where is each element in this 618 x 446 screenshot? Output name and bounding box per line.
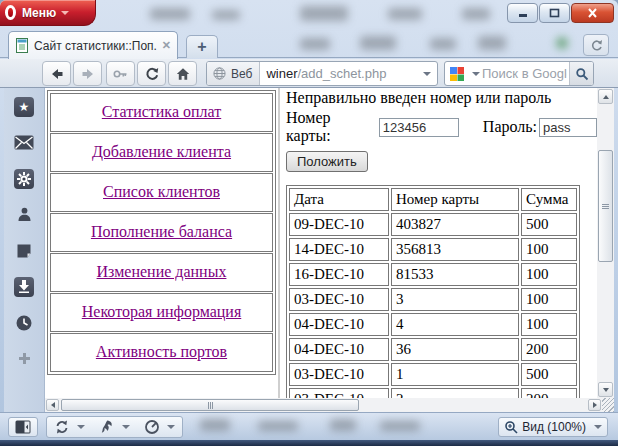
menu-link[interactable]: Изменение данных — [97, 263, 227, 280]
menu-item[interactable]: Некоторая информация — [50, 293, 273, 332]
glass-blur-decoration — [478, 36, 506, 50]
scroll-up-button[interactable] — [598, 89, 613, 104]
security-zone-badge[interactable]: Веб — [207, 62, 260, 85]
notes-panel-button[interactable] — [14, 240, 35, 261]
address-bar[interactable]: Веб winer/add_schet.php — [206, 61, 438, 86]
horizontal-scroll-thumb[interactable] — [61, 399, 359, 411]
date-cell: 16-DEC-10 — [289, 263, 389, 286]
glass-blur-decoration — [330, 419, 356, 431]
menu-button-label: Меню — [22, 6, 56, 20]
widgets-panel-button[interactable] — [14, 168, 35, 189]
zoom-level-label: Вид (100%) — [522, 420, 586, 434]
sidebar-toggle-icon — [15, 420, 31, 434]
card-number-input[interactable] — [379, 118, 459, 137]
menu-item[interactable]: Изменение данных — [50, 253, 273, 292]
url-text[interactable]: winer/add_schet.php — [260, 66, 418, 81]
address-dropdown-icon[interactable] — [423, 72, 431, 76]
sync-dropdown-icon[interactable] — [77, 425, 85, 429]
date-cell: 14-DEC-10 — [289, 238, 389, 261]
search-icon — [575, 67, 589, 81]
turbo-gauge-icon — [144, 419, 160, 435]
glass-blur-decoration — [300, 38, 330, 50]
vertical-scroll-thumb[interactable] — [598, 150, 613, 262]
sum-cell: 100 — [521, 313, 577, 336]
history-panel-button[interactable] — [14, 312, 35, 333]
menu-link[interactable]: Добавление клиента — [92, 143, 231, 160]
menu-link[interactable]: Активность портов — [96, 343, 227, 360]
closed-tabs-button[interactable] — [583, 34, 609, 56]
password-label: Пароль: — [483, 118, 537, 136]
navigation-frame: Статистика оплатДобавление клиентаСписок… — [45, 88, 280, 398]
unite-button[interactable] — [92, 417, 137, 437]
close-button[interactable] — [571, 3, 614, 23]
new-tab-button[interactable]: + — [186, 35, 218, 58]
card-cell: 4 — [391, 313, 519, 336]
sync-icon — [54, 419, 70, 435]
sync-button[interactable] — [47, 417, 92, 437]
menu-link[interactable]: Пополнение баланса — [91, 223, 232, 240]
bookmarks-panel-button[interactable]: ★ — [14, 96, 35, 117]
status-bar: Вид (100%) — [0, 412, 618, 440]
minimize-button[interactable] — [507, 3, 538, 23]
menu-item[interactable]: Активность портов — [50, 333, 273, 372]
reload-button[interactable] — [137, 61, 166, 86]
wand-password-button[interactable] — [106, 61, 135, 86]
horizontal-scrollbar[interactable] — [45, 398, 614, 412]
tab-statistics-site[interactable]: Сайт статистики::Поп... ✕ — [8, 31, 178, 59]
menu-link[interactable]: Некоторая информация — [82, 303, 242, 320]
navigation-toolbar: Веб winer/add_schet.php — [0, 59, 618, 88]
search-input[interactable] — [480, 65, 569, 82]
glass-blur-decoration — [556, 37, 568, 49]
add-panel-button[interactable] — [14, 348, 35, 369]
forward-button[interactable] — [73, 61, 102, 86]
menu-item[interactable]: Список клиентов — [50, 173, 273, 212]
glass-blur-decoration — [380, 421, 420, 431]
downloads-panel-button[interactable] — [14, 276, 35, 297]
url-path: /add_schet.php — [298, 66, 387, 81]
window-resize-grip[interactable] — [602, 398, 614, 412]
search-bar[interactable] — [444, 61, 594, 86]
home-icon — [175, 66, 191, 82]
back-button[interactable] — [42, 61, 71, 86]
sum-cell: 100 — [521, 263, 577, 286]
table-row: 03-DEC-10 2 200 — [289, 388, 577, 398]
tab-close-icon[interactable]: ✕ — [162, 39, 171, 52]
arrow-left-icon — [48, 402, 55, 408]
scroll-left-button[interactable] — [46, 399, 59, 411]
download-arrow-icon — [14, 277, 34, 297]
zoom-control-button[interactable]: Вид (100%) — [498, 417, 608, 437]
menu-link[interactable]: Список клиентов — [103, 183, 220, 200]
password-input[interactable] — [539, 118, 597, 137]
menu-item[interactable]: Добавление клиента — [50, 133, 273, 172]
forward-icon — [80, 66, 96, 82]
reload-icon — [144, 66, 160, 82]
table-header-cell: Сумма — [521, 188, 577, 211]
date-cell: 03-DEC-10 — [289, 388, 389, 398]
glass-blur-decoration — [200, 419, 230, 431]
deposit-submit-button[interactable]: Положить — [286, 151, 368, 172]
scroll-down-button[interactable] — [598, 382, 613, 397]
unite-swirl-icon — [99, 419, 115, 435]
vertical-scrollbar[interactable] — [597, 88, 614, 398]
home-button[interactable] — [168, 61, 197, 86]
zone-label: Веб — [231, 67, 252, 81]
arrow-down-icon — [603, 388, 609, 395]
turbo-button[interactable] — [137, 417, 182, 437]
glass-blur-decoration — [258, 421, 298, 431]
opera-menu-button[interactable]: Меню — [0, 0, 96, 26]
panel-toggle-button[interactable] — [8, 417, 38, 437]
menu-item[interactable]: Пополнение баланса — [50, 213, 273, 252]
turbo-dropdown-icon[interactable] — [167, 425, 175, 429]
zoom-dropdown-icon[interactable] — [594, 425, 602, 429]
mail-panel-button[interactable] — [14, 132, 35, 153]
contacts-panel-button[interactable] — [14, 204, 35, 225]
maximize-button[interactable] — [539, 3, 570, 23]
search-go-button[interactable] — [569, 62, 593, 85]
scroll-right-button[interactable] — [588, 399, 601, 411]
unite-dropdown-icon[interactable] — [122, 425, 130, 429]
search-engine-dropdown-icon[interactable] — [472, 72, 480, 76]
menu-item[interactable]: Статистика оплат — [50, 93, 273, 132]
menu-link[interactable]: Статистика оплат — [102, 103, 221, 120]
reopen-tab-icon — [589, 38, 603, 52]
clock-icon — [15, 314, 33, 332]
